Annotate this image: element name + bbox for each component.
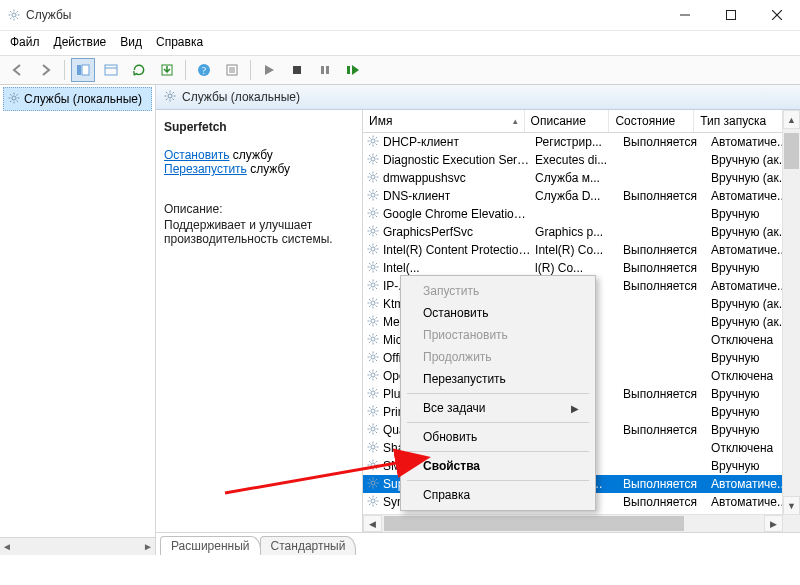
svg-point-75 [371, 193, 375, 197]
ctx-all-tasks[interactable]: Все задачи▶ [403, 397, 593, 419]
context-menu: Запустить Остановить Приостановить Продо… [400, 275, 596, 511]
cell-name: dmwappushsvc [383, 171, 466, 185]
play-button[interactable] [257, 58, 281, 82]
col-header-desc[interactable]: Описание [525, 110, 610, 132]
svg-line-55 [369, 143, 371, 145]
table-row[interactable]: GraphicsPerfSvcGraphics p...Вручную (ак.… [363, 223, 800, 241]
svg-line-208 [369, 449, 371, 451]
svg-line-225 [376, 485, 378, 487]
svg-line-171 [376, 377, 378, 379]
cell-name: Intel(R) Content Protection ... [383, 243, 531, 257]
table-row[interactable]: DHCP-клиентРегистрир...ВыполняетсяАвтома… [363, 133, 800, 151]
stop-service-link[interactable]: Остановить службу [164, 148, 354, 162]
svg-line-90 [376, 215, 378, 217]
menu-file[interactable]: Файл [10, 35, 40, 49]
toolbar: ? [0, 55, 800, 85]
svg-line-5 [10, 11, 12, 13]
maximize-button[interactable] [708, 0, 754, 30]
svg-point-129 [371, 301, 375, 305]
refresh-button[interactable] [127, 58, 151, 82]
svg-rect-27 [326, 66, 329, 74]
tree-horizontal-scrollbar[interactable]: ◄ ► [0, 537, 155, 555]
svg-line-135 [376, 305, 378, 307]
svg-point-120 [371, 283, 375, 287]
cell-name: Google Chrome Elevation S... [383, 207, 531, 221]
col-header-start[interactable]: Тип запуска [694, 110, 783, 132]
ctx-stop[interactable]: Остановить [403, 302, 593, 324]
gear-icon [367, 351, 379, 366]
pause-button[interactable] [313, 58, 337, 82]
svg-line-109 [369, 251, 371, 253]
restart-button[interactable] [341, 58, 365, 82]
ctx-refresh[interactable]: Обновить [403, 426, 593, 448]
nav-back-button[interactable] [6, 58, 30, 82]
tab-extended[interactable]: Расширенный [160, 536, 261, 555]
svg-line-8 [17, 11, 19, 13]
export-button[interactable] [155, 58, 179, 82]
svg-line-45 [173, 98, 175, 100]
svg-line-81 [376, 197, 378, 199]
svg-point-111 [371, 265, 375, 269]
svg-line-46 [166, 98, 168, 100]
table-row[interactable]: Intel(R) Content Protection ...Intel(R) … [363, 241, 800, 259]
svg-point-192 [371, 427, 375, 431]
table-row[interactable]: Diagnostic Execution ServiceExecutes di.… [363, 151, 800, 169]
properties-button[interactable] [220, 58, 244, 82]
svg-line-63 [376, 161, 378, 163]
cell-desc: l(R) Co... [531, 261, 619, 275]
svg-point-201 [371, 445, 375, 449]
service-detail: Superfetch Остановить службу Перезапусти… [156, 110, 362, 532]
gear-icon [367, 315, 379, 330]
svg-line-35 [10, 94, 12, 96]
chevron-left-icon: ◄ [2, 541, 12, 552]
menu-view[interactable]: Вид [120, 35, 142, 49]
gear-icon [367, 459, 379, 474]
svg-line-82 [369, 197, 371, 199]
menu-action[interactable]: Действие [54, 35, 107, 49]
restart-service-link[interactable]: Перезапустить службу [164, 162, 354, 176]
table-row[interactable]: DNS-клиентСлужба D...ВыполняетсяАвтомати… [363, 187, 800, 205]
ctx-properties[interactable]: Свойства [403, 455, 593, 477]
col-header-state[interactable]: Состояние [609, 110, 694, 132]
svg-line-234 [376, 503, 378, 505]
view-list-button[interactable] [99, 58, 123, 82]
stop-button[interactable] [285, 58, 309, 82]
svg-line-36 [17, 100, 19, 102]
nav-forward-button[interactable] [34, 58, 58, 82]
menu-help[interactable]: Справка [156, 35, 203, 49]
column-headers: Имя▴ Описание Состояние Тип запуска [363, 110, 800, 133]
close-button[interactable] [754, 0, 800, 30]
chevron-right-icon: ▶ [571, 403, 579, 414]
svg-rect-26 [321, 66, 324, 74]
ctx-restart[interactable]: Перезапустить [403, 368, 593, 390]
table-row[interactable]: dmwappushsvcСлужба м...Вручную (ак... [363, 169, 800, 187]
horizontal-scrollbar[interactable]: ◀ ▶ [363, 514, 800, 532]
minimize-button[interactable] [662, 0, 708, 30]
ctx-start: Запустить [403, 280, 593, 302]
gear-icon [367, 405, 379, 420]
svg-rect-28 [347, 66, 350, 74]
svg-line-155 [376, 335, 378, 337]
tree-node-services-local[interactable]: Службы (локальные) [3, 87, 152, 111]
gear-icon [367, 297, 379, 312]
svg-line-209 [376, 443, 378, 445]
svg-line-125 [369, 281, 371, 283]
svg-line-101 [376, 227, 378, 229]
tab-standard[interactable]: Стандартный [260, 536, 357, 555]
svg-point-165 [371, 373, 375, 377]
svg-point-156 [371, 355, 375, 359]
svg-line-170 [369, 371, 371, 373]
vertical-scrollbar[interactable]: ▲ ▼ [782, 110, 800, 515]
ctx-help[interactable]: Справка [403, 484, 593, 506]
svg-line-182 [376, 389, 378, 391]
table-row[interactable]: Google Chrome Elevation S...Вручную [363, 205, 800, 223]
gear-icon [367, 477, 379, 492]
cell-state: Выполняется [619, 243, 707, 257]
svg-line-198 [376, 431, 378, 433]
svg-line-197 [369, 425, 371, 427]
help-button[interactable]: ? [192, 58, 216, 82]
cell-name: Intel(... [383, 261, 420, 275]
view-detail-button[interactable] [71, 58, 95, 82]
col-header-name[interactable]: Имя▴ [363, 110, 525, 132]
svg-line-179 [369, 389, 371, 391]
